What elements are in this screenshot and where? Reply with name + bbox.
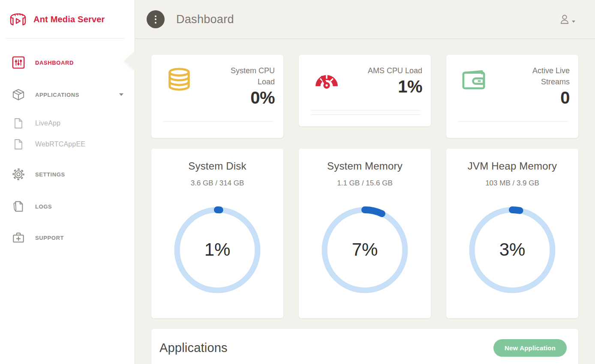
gauge-detail: 103 MB / 3.9 GB xyxy=(446,179,578,188)
sidebar-item-label: SETTINGS xyxy=(35,171,65,178)
sidebar-item-dashboard[interactable]: DASHBOARD xyxy=(0,52,135,73)
ant-media-server-app: Ant Media Server DASHBOARD xyxy=(0,0,595,364)
chevron-down-icon xyxy=(572,21,575,23)
dashboard-sliders-icon xyxy=(12,56,25,69)
applications-panel: Applications New Application xyxy=(151,329,578,364)
sidebar-nav: DASHBOARD APPLICATIONS LiveApp xyxy=(0,39,135,248)
donut-gauge: 3% xyxy=(467,205,558,295)
stat-label: AMS CPU Load xyxy=(368,65,422,76)
system-disk-card: System Disk 3.6 GB / 314 GB 1% xyxy=(151,149,283,318)
jvm-heap-memory-card: JVM Heap Memory 103 MB / 3.9 GB 3% xyxy=(446,149,578,318)
sidebar-item-applications[interactable]: APPLICATIONS xyxy=(0,84,135,105)
gear-icon xyxy=(12,168,25,181)
system-cpu-load-card: System CPU Load 0% xyxy=(151,55,283,138)
stat-label: Active Live Streams xyxy=(512,65,570,87)
sidebar-item-webrtcappee[interactable]: WebRTCAppEE xyxy=(0,135,135,154)
stat-value: 0 xyxy=(512,88,570,107)
sidebar-item-liveapp[interactable]: LiveApp xyxy=(0,114,135,133)
page-title: Dashboard xyxy=(176,13,234,26)
donut-gauge: 7% xyxy=(319,205,410,295)
package-box-icon xyxy=(12,88,25,101)
sidebar-item-settings[interactable]: SETTINGS xyxy=(0,164,135,185)
donut-gauge: 1% xyxy=(172,205,263,295)
sidebar-item-label: DASHBOARD xyxy=(35,60,74,66)
sidebar-item-label: APPLICATIONS xyxy=(35,92,79,98)
active-live-streams-card: Active Live Streams 0 xyxy=(446,55,578,138)
card-divider xyxy=(311,110,421,110)
wallet-icon xyxy=(461,68,487,92)
gauge-percent-label: 1% xyxy=(204,239,231,260)
log-file-pencil-icon xyxy=(12,200,25,213)
system-memory-card: System Memory 1.1 GB / 15.6 GB 7% xyxy=(299,149,431,318)
sidebar-item-label: LOGS xyxy=(35,203,52,210)
file-icon xyxy=(13,139,24,150)
file-icon xyxy=(13,118,24,129)
new-application-button[interactable]: New Application xyxy=(493,339,567,357)
chevron-down-icon xyxy=(119,93,123,96)
speedometer-icon xyxy=(313,68,340,89)
stat-label: System CPU Load xyxy=(217,65,275,87)
brand-logo[interactable]: Ant Media Server xyxy=(0,0,135,39)
gauge-title: System Memory xyxy=(299,160,431,172)
gauges-row: System Disk 3.6 GB / 314 GB 1% System Me… xyxy=(151,149,578,318)
sidebar: Ant Media Server DASHBOARD xyxy=(0,0,135,364)
applications-panel-title: Applications xyxy=(159,341,228,355)
gauge-percent-label: 7% xyxy=(352,239,378,260)
stat-value: 1% xyxy=(368,77,422,96)
gauge-percent-label: 3% xyxy=(499,239,526,260)
stats-row: System CPU Load 0% xyxy=(151,55,578,138)
database-icon xyxy=(166,68,192,92)
kebab-menu-icon[interactable] xyxy=(147,10,165,28)
stat-value: 0% xyxy=(217,88,275,107)
sidebar-item-support[interactable]: SUPPORT xyxy=(0,227,135,248)
first-aid-kit-icon xyxy=(12,231,25,244)
gauge-detail: 1.1 GB / 15.6 GB xyxy=(299,179,431,188)
user-menu[interactable] xyxy=(559,13,575,25)
gauge-title: System Disk xyxy=(151,160,283,172)
sidebar-item-logs[interactable]: LOGS xyxy=(0,196,135,217)
ams-cpu-load-card: AMS CPU Load 1% xyxy=(299,55,431,126)
active-item-notch xyxy=(124,51,135,71)
gauge-detail: 3.6 GB / 314 GB xyxy=(151,179,283,188)
dashboard-content: System CPU Load 0% xyxy=(135,39,595,364)
sidebar-divider xyxy=(6,38,124,39)
brand-name: Ant Media Server xyxy=(33,15,105,24)
gauge-title: JVM Heap Memory xyxy=(446,160,578,172)
sidebar-item-label: WebRTCAppEE xyxy=(35,140,85,148)
main-area: Dashboard xyxy=(135,0,595,364)
sidebar-item-label: LiveApp xyxy=(35,119,60,127)
sidebar-item-label: SUPPORT xyxy=(35,235,64,241)
user-icon xyxy=(559,13,570,25)
ant-media-logo-icon xyxy=(8,10,28,29)
top-bar: Dashboard xyxy=(135,0,595,39)
